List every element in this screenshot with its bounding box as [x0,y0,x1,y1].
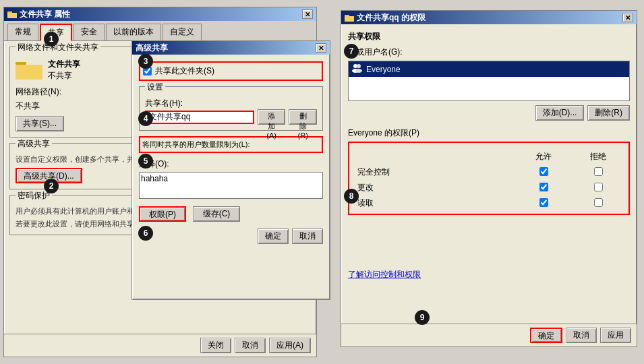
share-name-input[interactable] [145,111,254,124]
tab-general[interactable]: 常规 [7,24,38,41]
tab-customize[interactable]: 自定义 [163,24,202,41]
add-btn[interactable]: 添加(A) [258,109,285,125]
list-item-everyone[interactable]: Everyone [349,61,629,77]
svg-point-11 [355,69,362,73]
close-button[interactable]: 关闭 [200,338,231,353]
svg-rect-2 [7,13,17,18]
svg-rect-3 [16,62,26,65]
limit-label: 将同时共享的用户数量限制为(L): [142,140,250,148]
main-footer: 关闭 取消 应用(A) [4,334,316,357]
folder-icon [16,58,42,82]
badge-3: 3 [138,54,153,69]
main-close-button[interactable]: ✕ [302,9,313,19]
comment-label: 注释(O): [139,158,323,170]
cancel-button[interactable]: 取消 [235,338,266,353]
adv-title-text: 高级共享 [136,42,168,54]
allow-checkbox[interactable] [539,198,548,207]
table-row: 读取 [352,195,626,211]
perm-name: 完全控制 [352,164,517,180]
col-permission [352,149,517,164]
share-status: 不共享 [48,70,80,82]
perm-label-suffix: 的权限(P) [384,128,419,138]
comment-section: 注释(O): hahaha [139,158,323,201]
perm-name: 更改 [352,180,517,195]
badge-8: 8 [344,189,359,204]
remove-btn[interactable]: 删除(R) [289,109,317,125]
badge-9: 9 [415,310,430,325]
user-action-buttons: 添加(D)... 删除(R) [348,105,630,121]
group-label: 组或用户名(G): [348,47,630,58]
permissions-section-title: 共享权限 [348,31,630,42]
adv-title-bar: 高级共享 ✕ [132,41,330,55]
badge-5: 5 [138,154,153,169]
adv-cancel-button[interactable]: 取消 [292,229,323,244]
users-listbox: Everyone [348,61,630,101]
share-checkbox-row: 共享此文件夹(S) [139,61,323,81]
apply-button[interactable]: 应用(A) [269,338,311,353]
perm-footer: 确定 取消 应用 [341,324,637,346]
badge-6: 6 [138,226,153,241]
deny-checkbox[interactable] [594,198,603,207]
advanced-share-dialog: 高级共享 ✕ 共享此文件夹(S) 设置 共享名(H): 添加(A) 删除(R) … [131,40,330,300]
tab-previous-versions[interactable]: 以前的版本 [106,24,161,41]
perm-everyone-prefix: Everyone [348,128,382,138]
adv-footer: 确定 取消 [139,229,323,244]
share-name-row: 共享名(H): 添加(A) 删除(R) [145,98,317,125]
allow-checkbox[interactable] [539,183,548,191]
folder-name: 文件共享 [48,59,80,70]
share-button[interactable]: 共享(S)... [16,116,64,131]
svg-rect-0 [7,11,12,13]
limit-row: 将同时共享的用户数量限制为(L): [139,136,323,153]
deny-checkbox[interactable] [594,183,603,191]
permissions-table-container: 允许 拒绝 完全控制 更改 [348,142,630,215]
adv-close-button[interactable]: ✕ [316,43,326,53]
perm-close-button[interactable]: ✕ [622,13,633,22]
cache-button[interactable]: 缓存(C) [193,206,240,222]
permissions-window: 文件共享qq 的权限 ✕ 共享权限 组或用户名(G): Everyone [341,10,637,347]
remove-user-button[interactable]: 删除(R) [587,105,630,121]
svg-rect-7 [345,16,354,22]
svg-rect-5 [16,65,42,80]
svg-point-9 [357,64,361,68]
share-checkbox-label: 共享此文件夹(S) [155,65,214,77]
tab-security[interactable]: 安全 [74,24,105,41]
comment-textarea[interactable]: hahaha [139,172,323,199]
col-deny: 拒绝 [571,149,626,164]
adv-ok-button[interactable]: 确定 [258,229,289,244]
action-buttons-row: 权限(P) 缓存(C) [139,206,323,222]
perm-name: 读取 [352,195,517,211]
users-icon [351,63,363,75]
table-row: 更改 [352,180,626,195]
main-title-text: 文件共享 属性 [20,9,70,20]
perm-title-text: 文件共享qq 的权限 [357,12,426,24]
col-allow: 允许 [517,149,571,164]
perm-ok-button[interactable]: 确定 [530,328,562,343]
svg-rect-6 [345,15,349,16]
path-label: 网络路径(N): [16,86,61,98]
table-row: 完全控制 [352,164,626,180]
deny-checkbox[interactable] [594,167,603,176]
folder-title-icon [7,9,17,19]
perm-apply-button[interactable]: 应用 [600,328,631,343]
perm-title-icon [345,13,354,22]
perm-cancel-button[interactable]: 取消 [566,328,597,343]
info-link[interactable]: 了解访问控制和权限 [348,270,421,279]
permissions-button[interactable]: 权限(P) [139,206,186,222]
everyone-label: Everyone [366,65,401,74]
badge-2: 2 [44,179,59,193]
settings-section: 设置 共享名(H): 添加(A) 删除(R) [139,86,323,131]
perm-label: Everyone 的权限(P) [348,127,630,139]
advanced-section-title: 高级共享 [16,138,52,150]
network-section-title: 网络文件和文件夹共享 [16,42,100,53]
adv-content: 共享此文件夹(S) 设置 共享名(H): 添加(A) 删除(R) 将同时共享的用… [132,55,330,251]
share-name-label: 共享名(H): [145,98,314,109]
perm-title-bar: 文件共享qq 的权限 ✕ [341,11,637,24]
badge-7: 7 [344,44,359,59]
perm-content: 共享权限 组或用户名(G): Everyone 添加(D)... 删除(R [341,24,637,291]
permissions-table: 允许 拒绝 完全控制 更改 [352,149,626,211]
add-user-button[interactable]: 添加(D)... [535,105,585,121]
allow-checkbox[interactable] [539,167,548,176]
main-title-bar: 文件共享 属性 ✕ [4,7,316,21]
settings-title: 设置 [145,82,165,93]
badge-1: 1 [44,32,59,47]
